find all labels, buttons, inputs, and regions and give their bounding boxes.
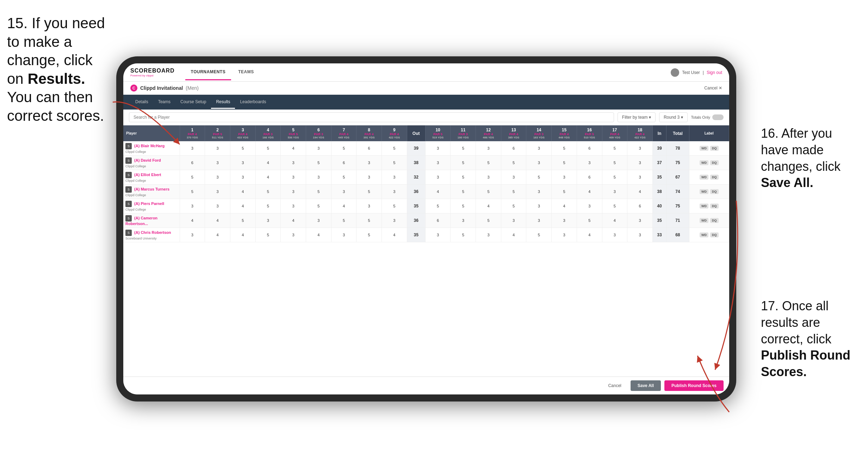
score-h13[interactable]: 3	[501, 170, 526, 185]
score-h11[interactable]: 5	[451, 199, 476, 213]
score-h12[interactable]: 3	[476, 228, 501, 242]
score-h18[interactable]: 3	[627, 228, 653, 242]
totals-only-toggle[interactable]	[712, 114, 724, 120]
score-h18[interactable]: 4	[627, 185, 653, 199]
score-h2[interactable]: 4	[205, 213, 230, 228]
score-h5[interactable]: 3	[281, 170, 306, 185]
score-h3[interactable]: 5	[230, 213, 255, 228]
tab-results[interactable]: Results	[211, 96, 235, 109]
score-h11[interactable]: 5	[451, 170, 476, 185]
score-h13[interactable]: 5	[501, 199, 526, 213]
player-name[interactable]: (A) Elliot Ebert	[134, 173, 161, 177]
score-h4[interactable]: 5	[255, 141, 281, 156]
score-h8[interactable]: 5	[356, 185, 382, 199]
score-h6[interactable]: 5	[306, 199, 331, 213]
dq-button[interactable]: DQ	[710, 204, 719, 208]
score-h1[interactable]: 3	[180, 199, 205, 213]
score-h1[interactable]: 5	[180, 170, 205, 185]
score-h17[interactable]: 5	[602, 141, 627, 156]
score-h8[interactable]: 3	[356, 156, 382, 170]
score-h5[interactable]: 3	[281, 185, 306, 199]
score-h16[interactable]: 4	[577, 228, 602, 242]
score-h2[interactable]: 3	[205, 141, 230, 156]
dq-button[interactable]: DQ	[710, 175, 719, 180]
score-h13[interactable]: 4	[501, 228, 526, 242]
score-h14[interactable]: 3	[526, 199, 552, 213]
tab-course-setup[interactable]: Course Setup	[175, 96, 211, 109]
score-h8[interactable]: 5	[356, 228, 382, 242]
score-h4[interactable]: 5	[255, 199, 281, 213]
score-h17[interactable]: 5	[602, 199, 627, 213]
dq-button[interactable]: DQ	[710, 218, 719, 223]
score-h11[interactable]: 5	[451, 141, 476, 156]
score-h9[interactable]: 5	[382, 199, 407, 213]
score-h15[interactable]: 3	[552, 228, 577, 242]
filter-by-team-btn[interactable]: Filter by team ▾	[618, 112, 656, 122]
score-h9[interactable]: 5	[382, 141, 407, 156]
score-h6[interactable]: 3	[306, 213, 331, 228]
score-h12[interactable]: 3	[476, 170, 501, 185]
score-h10[interactable]: 3	[425, 156, 451, 170]
wd-button[interactable]: WD	[700, 146, 708, 151]
score-h6[interactable]: 4	[306, 228, 331, 242]
score-h12[interactable]: 4	[476, 199, 501, 213]
dq-button[interactable]: DQ	[710, 146, 719, 151]
wd-button[interactable]: WD	[700, 175, 708, 180]
score-h13[interactable]: 5	[501, 185, 526, 199]
score-h9[interactable]: 5	[382, 156, 407, 170]
score-h4[interactable]: 5	[255, 185, 281, 199]
score-h10[interactable]: 3	[425, 170, 451, 185]
wd-button[interactable]: WD	[700, 204, 708, 208]
score-h14[interactable]: 3	[526, 141, 552, 156]
score-h1[interactable]: 4	[180, 213, 205, 228]
score-h14[interactable]: 5	[526, 170, 552, 185]
score-h7[interactable]: 3	[331, 228, 356, 242]
sign-out-link[interactable]: Sign out	[707, 70, 722, 75]
player-name[interactable]: (A) Marcus Turners	[134, 187, 169, 191]
score-h7[interactable]: 5	[331, 141, 356, 156]
score-h14[interactable]: 3	[526, 156, 552, 170]
score-h3[interactable]: 4	[230, 228, 255, 242]
score-h9[interactable]: 4	[382, 228, 407, 242]
score-h6[interactable]: 5	[306, 185, 331, 199]
score-h11[interactable]: 5	[451, 156, 476, 170]
score-h5[interactable]: 3	[281, 156, 306, 170]
score-h6[interactable]: 3	[306, 141, 331, 156]
score-h9[interactable]: 3	[382, 170, 407, 185]
player-name[interactable]: (A) David Ford	[134, 158, 161, 162]
score-h18[interactable]: 3	[627, 170, 653, 185]
score-h6[interactable]: 5	[306, 156, 331, 170]
score-h12[interactable]: 3	[476, 141, 501, 156]
dq-button[interactable]: DQ	[710, 189, 719, 194]
score-h2[interactable]: 3	[205, 199, 230, 213]
score-h4[interactable]: 5	[255, 228, 281, 242]
score-h2[interactable]: 3	[205, 156, 230, 170]
score-h7[interactable]: 6	[331, 156, 356, 170]
score-h17[interactable]: 5	[602, 170, 627, 185]
score-h2[interactable]: 4	[205, 228, 230, 242]
score-h1[interactable]: 3	[180, 228, 205, 242]
score-h18[interactable]: 3	[627, 156, 653, 170]
score-h5[interactable]: 4	[281, 141, 306, 156]
score-h17[interactable]: 4	[602, 213, 627, 228]
score-h13[interactable]: 3	[501, 213, 526, 228]
score-h11[interactable]: 5	[451, 228, 476, 242]
score-h1[interactable]: 6	[180, 156, 205, 170]
score-h8[interactable]: 3	[356, 170, 382, 185]
score-h3[interactable]: 4	[230, 199, 255, 213]
tab-teams[interactable]: Teams	[153, 96, 175, 109]
score-h5[interactable]: 3	[281, 199, 306, 213]
score-h2[interactable]: 3	[205, 170, 230, 185]
score-h12[interactable]: 5	[476, 185, 501, 199]
score-h16[interactable]: 5	[577, 213, 602, 228]
score-h10[interactable]: 3	[425, 228, 451, 242]
score-h16[interactable]: 3	[577, 156, 602, 170]
score-h15[interactable]: 5	[552, 141, 577, 156]
wd-button[interactable]: WD	[700, 189, 708, 194]
tab-details[interactable]: Details	[130, 96, 153, 109]
score-h14[interactable]: 3	[526, 185, 552, 199]
dq-button[interactable]: DQ	[710, 160, 719, 165]
score-h3[interactable]: 5	[230, 141, 255, 156]
score-h1[interactable]: 5	[180, 185, 205, 199]
score-h3[interactable]: 4	[230, 185, 255, 199]
